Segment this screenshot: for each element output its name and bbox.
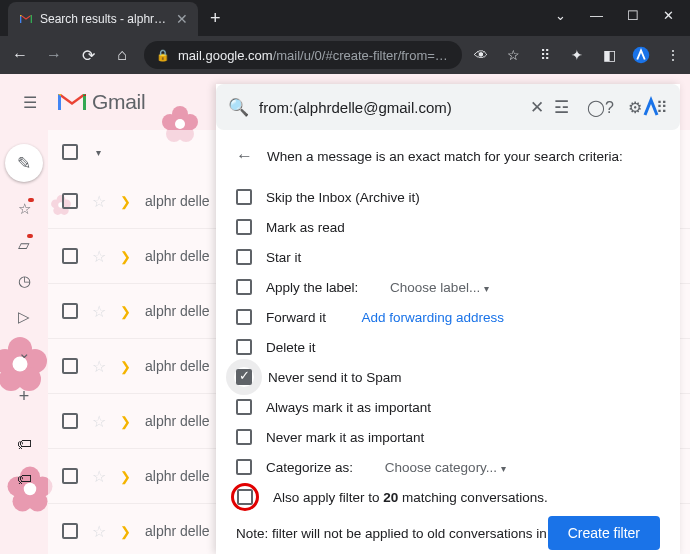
row-checkbox[interactable]: [62, 193, 78, 209]
maximize-button[interactable]: ☐: [627, 8, 639, 23]
row-checkbox[interactable]: [62, 468, 78, 484]
star-bookmark-icon[interactable]: ☆: [504, 46, 522, 64]
star-icon[interactable]: ☆: [92, 357, 106, 376]
row-checkbox[interactable]: [62, 413, 78, 429]
star-icon[interactable]: ☆: [92, 467, 106, 486]
label-icon-2[interactable]: 🏷: [17, 470, 32, 487]
checkbox-checked[interactable]: [236, 369, 252, 385]
sender-name: alphr delle: [145, 193, 210, 209]
checkbox[interactable]: [236, 339, 252, 355]
browser-tab[interactable]: Search results - alphr101@gmail. ✕: [8, 2, 198, 36]
browser-menu-icon[interactable]: ⋮: [664, 46, 682, 64]
opt-forward-it[interactable]: Forward it Add forwarding address: [236, 302, 660, 332]
row-checkbox[interactable]: [62, 248, 78, 264]
alphr-badge[interactable]: [638, 94, 664, 120]
checkbox[interactable]: [236, 219, 252, 235]
star-icon[interactable]: ☆: [92, 247, 106, 266]
checkbox[interactable]: [236, 189, 252, 205]
gmail-logo[interactable]: Gmail: [58, 90, 145, 114]
filter-title: When a message is an exact match for you…: [267, 149, 623, 164]
opt-skip-inbox[interactable]: Skip the Inbox (Archive it): [236, 182, 660, 212]
back-button[interactable]: ←: [8, 46, 32, 64]
compose-button[interactable]: ✎: [5, 144, 43, 182]
puzzle-icon[interactable]: ✦: [568, 46, 586, 64]
row-checkbox[interactable]: [62, 303, 78, 319]
checkbox[interactable]: [237, 489, 253, 505]
opt-also-apply[interactable]: Also apply filter to 20 matching convers…: [236, 482, 660, 512]
sender-name: alphr delle: [145, 358, 210, 374]
add-rail-icon[interactable]: +: [19, 386, 30, 407]
star-icon[interactable]: ☆: [92, 192, 106, 211]
opt-apply-label[interactable]: Apply the label: Choose label...▾: [236, 272, 660, 302]
create-filter-button[interactable]: Create filter: [548, 516, 660, 550]
gmail-app: ☰ Gmail ✎ ☆ ▱ ◷ ▷ ⌄ + 🏷 🏷 ▾ ⟳ ⋮ ☆❯al: [0, 74, 690, 554]
search-options-icon[interactable]: ☲: [554, 97, 569, 118]
opt-always-important[interactable]: Always mark it as important: [236, 392, 660, 422]
search-icon[interactable]: 🔍: [228, 97, 249, 118]
checkbox[interactable]: [236, 429, 252, 445]
starred-rail-icon[interactable]: ▱: [18, 236, 30, 254]
search-query[interactable]: from:(alphrdelle@gmail.com): [259, 99, 520, 116]
row-checkbox[interactable]: [62, 358, 78, 374]
star-icon[interactable]: ☆: [92, 302, 106, 321]
row-checkbox[interactable]: [62, 523, 78, 539]
tab-title: Search results - alphr101@gmail.: [40, 12, 170, 26]
clear-search-icon[interactable]: ✕: [530, 97, 544, 118]
tab-close-icon[interactable]: ✕: [176, 11, 188, 27]
add-forwarding-link[interactable]: Add forwarding address: [362, 310, 505, 325]
opt-never-spam[interactable]: Never send it to Spam: [236, 362, 660, 392]
url-bar[interactable]: 🔒 mail.google.com/mail/u/0/#create-filte…: [144, 41, 462, 69]
main-menu-button[interactable]: ☰: [10, 82, 50, 122]
back-arrow-icon[interactable]: ←: [236, 146, 253, 166]
sender-name: alphr delle: [145, 468, 210, 484]
checkbox[interactable]: [236, 279, 252, 295]
new-tab-button[interactable]: +: [210, 8, 221, 29]
gmail-favicon: [18, 11, 34, 27]
importance-icon[interactable]: ❯: [120, 304, 131, 319]
snoozed-rail-icon[interactable]: ◷: [18, 272, 31, 290]
close-window-button[interactable]: ✕: [663, 8, 674, 23]
star-icon[interactable]: ☆: [92, 522, 106, 541]
star-icon[interactable]: ☆: [92, 412, 106, 431]
browser-toolbar: ← → ⟳ ⌂ 🔒 mail.google.com/mail/u/0/#crea…: [0, 36, 690, 74]
category-select[interactable]: Choose category...▾: [385, 460, 506, 475]
filter-panel: 🔍 from:(alphrdelle@gmail.com) ✕ ☲ ◯? ⚙ ⠿…: [216, 84, 680, 554]
importance-icon[interactable]: ❯: [120, 249, 131, 264]
opt-never-important[interactable]: Never mark it as important: [236, 422, 660, 452]
highlight-circle: [231, 483, 259, 511]
sent-rail-icon[interactable]: ▷: [18, 308, 30, 326]
opt-delete-it[interactable]: Delete it: [236, 332, 660, 362]
toolbar-extensions: 👁 ☆ ⠿ ✦ ◧ ⋮: [472, 46, 682, 64]
search-bar: 🔍 from:(alphrdelle@gmail.com) ✕ ☲ ◯? ⚙ ⠿: [216, 84, 680, 130]
eye-icon[interactable]: 👁: [472, 46, 490, 64]
more-rail-icon[interactable]: ⌄: [18, 344, 31, 362]
select-caret-icon[interactable]: ▾: [96, 147, 101, 158]
select-all-checkbox[interactable]: [62, 144, 78, 160]
importance-icon[interactable]: ❯: [120, 469, 131, 484]
opt-star-it[interactable]: Star it: [236, 242, 660, 272]
home-button[interactable]: ⌂: [110, 46, 134, 64]
checkbox[interactable]: [236, 459, 252, 475]
importance-icon[interactable]: ❯: [120, 414, 131, 429]
label-icon-1[interactable]: 🏷: [17, 435, 32, 452]
translate-icon[interactable]: ⠿: [536, 46, 554, 64]
support-icon[interactable]: ◯?: [587, 98, 614, 117]
checkbox[interactable]: [236, 399, 252, 415]
importance-icon[interactable]: ❯: [120, 194, 131, 209]
inbox-rail-icon[interactable]: ☆: [18, 200, 31, 218]
minimize-button[interactable]: ―: [590, 8, 603, 23]
opt-mark-read[interactable]: Mark as read: [236, 212, 660, 242]
lock-icon: 🔒: [156, 49, 170, 62]
alphr-icon[interactable]: [632, 46, 650, 64]
checkbox[interactable]: [236, 249, 252, 265]
sender-name: alphr delle: [145, 413, 210, 429]
opt-categorize[interactable]: Categorize as: Choose category...▾: [236, 452, 660, 482]
reload-button[interactable]: ⟳: [76, 46, 100, 65]
left-rail: ✎ ☆ ▱ ◷ ▷ ⌄ + 🏷 🏷: [0, 130, 48, 554]
checkbox[interactable]: [236, 309, 252, 325]
importance-icon[interactable]: ❯: [120, 524, 131, 539]
cube-icon[interactable]: ◧: [600, 46, 618, 64]
chevron-down-icon[interactable]: ⌄: [555, 8, 566, 23]
label-select[interactable]: Choose label...▾: [390, 280, 489, 295]
importance-icon[interactable]: ❯: [120, 359, 131, 374]
